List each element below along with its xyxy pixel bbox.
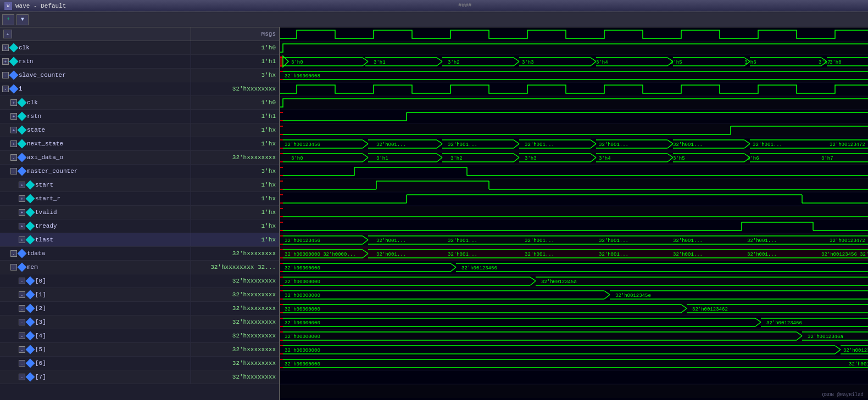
expand-btn-mem3[interactable]: - (19, 319, 25, 325)
signal-row-rstn-top[interactable]: +rstn1'h1 (0, 55, 279, 69)
expand-btn-tdata[interactable]: - (10, 250, 17, 257)
tool-add-btn[interactable]: + (2, 14, 14, 25)
expand-btn-start_r[interactable]: + (19, 195, 25, 202)
expand-btn-slave_counter[interactable]: - (2, 72, 9, 78)
signal-row-tready[interactable]: +tready1'hx (0, 219, 279, 233)
svg-text:3'h4: 3'h4 (599, 156, 611, 161)
signal-row-mem6[interactable]: -[6]32'hxxxxxxxx (0, 357, 279, 370)
signal-row-mem1[interactable]: -[1]32'hxxxxxxxx (0, 288, 279, 302)
signal-list-header: + Msgs (0, 27, 279, 41)
expand-btn-mem0[interactable]: - (19, 278, 25, 284)
signal-row-axi_data_o[interactable]: -axi_data_o32'hxxxxxxxx (0, 151, 279, 165)
signal-icon-mem0 (26, 277, 35, 286)
title-bar: W Wave - Default #### (0, 0, 868, 12)
expand-btn-mem1[interactable]: - (19, 291, 25, 298)
signal-row-clk-top[interactable]: +clk1'h0 (0, 41, 279, 55)
signal-icon-mem4 (26, 331, 35, 341)
signal-row-tvalid[interactable]: +tvalid1'hx (0, 206, 279, 219)
signal-row-mem[interactable]: -mem32'hxxxxxxxx 32... (0, 261, 279, 274)
signal-row-i[interactable]: -i32'hxxxxxxxx (0, 82, 279, 96)
signal-row-mem3[interactable]: -[3]32'hxxxxxxxx (0, 316, 279, 329)
svg-text:32'h0012345e: 32'h0012345e (615, 293, 651, 298)
svg-text:32'h00000000: 32'h00000000 (285, 348, 320, 353)
svg-text:32'h001...: 32'h001... (525, 142, 554, 148)
svg-text:32'h00000000: 32'h00000000 (285, 320, 320, 326)
svg-rect-4 (280, 82, 868, 96)
signal-row-tdata[interactable]: -tdata32'hxxxxxxxx (0, 247, 279, 261)
signal-row-mem0[interactable]: -[0]32'hxxxxxxxx (0, 274, 279, 288)
signal-row-slave_counter[interactable]: -slave_counter3'hx (0, 69, 279, 82)
signal-row-mem7[interactable]: -[7]32'hxxxxxxxx (0, 370, 279, 384)
expand-btn-mem4[interactable]: - (19, 333, 25, 339)
expand-btn-master_counter[interactable]: - (10, 168, 17, 174)
signal-row-start[interactable]: +start1'hx (0, 178, 279, 192)
expand-btn-tready[interactable]: + (19, 223, 25, 229)
signal-row-tlast[interactable]: +tlast1'hx (0, 233, 279, 247)
signal-row-mem4[interactable]: -[4]32'hxxxxxxxx (0, 329, 279, 343)
expand-btn-mem2[interactable]: - (19, 305, 25, 312)
watermark: QSDN @RayBilad (822, 392, 864, 398)
signal-row-next_state[interactable]: +next_state1'hx (0, 137, 279, 151)
svg-text:32'h0012346e: 32'h0012346e (843, 348, 868, 353)
svg-text:3'h1: 3'h1 (376, 156, 388, 161)
signal-icon-start_r (26, 194, 35, 204)
main-layout: + Msgs +clk1'h0+rstn1'h1-slave_counter3'… (0, 27, 868, 400)
expand-btn-mem5[interactable]: - (19, 346, 25, 353)
expand-btn-clk-inner[interactable]: + (10, 99, 17, 106)
signal-label-slave_counter: slave_counter (19, 72, 66, 78)
signal-value-start_r: 1'hx (191, 195, 279, 202)
svg-rect-17 (280, 261, 868, 274)
expand-btn-next_state[interactable]: + (10, 140, 17, 147)
signal-row-rstn-inner[interactable]: +rstn1'h1 (0, 110, 279, 123)
signal-label-mem1: [1] (35, 291, 46, 298)
svg-text:32'h001...: 32'h001... (599, 142, 628, 148)
expand-btn-rstn-top[interactable]: + (2, 58, 9, 65)
add-signal-btn[interactable]: + (3, 30, 12, 38)
signal-label-mem2: [2] (35, 305, 46, 312)
expand-btn-clk-top[interactable]: + (2, 44, 9, 51)
signal-icon-mem5 (26, 345, 35, 354)
signal-name-cell-mem1: -[1] (0, 288, 191, 301)
signal-row-master_counter[interactable]: -master_counter3'hx (0, 165, 279, 178)
svg-text:32'h00123456: 32'h00123456 (461, 266, 497, 271)
svg-text:3'h0: 3'h0 (291, 156, 303, 161)
signal-row-start_r[interactable]: +start_r1'hx (0, 192, 279, 206)
svg-text:32'h001...: 32'h001... (673, 252, 703, 257)
svg-text:32'h00000000 32'h0000...: 32'h00000000 32'h0000... (285, 252, 356, 257)
expand-btn-start[interactable]: + (19, 182, 25, 188)
msgs-column-header: Msgs (191, 27, 279, 41)
signal-name-cell-mem6: -[6] (0, 357, 191, 370)
signal-row-mem5[interactable]: -[5]32'hxxxxxxxx (0, 343, 279, 357)
signal-label-rstn-inner: rstn (27, 113, 41, 120)
svg-text:32'h001...: 32'h001... (448, 252, 477, 257)
svg-rect-6 (280, 110, 868, 123)
expand-btn-state[interactable]: + (10, 127, 17, 133)
svg-text:32'h001...: 32'h001... (599, 238, 628, 244)
tool-dropdown-btn[interactable]: ▼ (16, 14, 29, 25)
svg-text:32'h001...: 32'h001... (376, 238, 406, 244)
signal-row-mem2[interactable]: -[2]32'hxxxxxxxx (0, 302, 279, 316)
signal-name-cell-mem0: -[0] (0, 274, 191, 288)
expand-btn-rstn-inner[interactable]: + (10, 113, 17, 120)
expand-btn-mem6[interactable]: - (19, 360, 25, 367)
signal-row-state[interactable]: +state1'hx (0, 123, 279, 137)
signal-name-cell-start: +start (0, 178, 191, 191)
signal-value-slave_counter: 3'hx (191, 72, 279, 78)
signal-list-panel: + Msgs +clk1'h0+rstn1'h1-slave_counter3'… (0, 27, 280, 400)
waveform-panel[interactable]: 3'h0 3'h1 3'h2 3'h3 3'h4 3'h5 3'h6 3'h7 … (280, 27, 868, 400)
svg-text:32'h00123472: 32'h00123472 (830, 238, 865, 244)
expand-btn-axi_data_o[interactable]: - (10, 154, 17, 161)
expand-btn-tvalid[interactable]: + (19, 209, 25, 216)
signal-label-mem3: [3] (35, 319, 46, 325)
signal-row-clk-inner[interactable]: +clk1'h0 (0, 96, 279, 110)
signal-icon-mem7 (26, 373, 35, 382)
expand-btn-i[interactable]: - (2, 86, 9, 92)
signal-value-mem6: 32'hxxxxxxxx (191, 360, 279, 367)
svg-text:3'h3: 3'h3 (525, 156, 537, 161)
expand-btn-mem7[interactable]: - (19, 374, 25, 380)
signal-name-cell-mem3: -[3] (0, 316, 191, 329)
expand-btn-tlast[interactable]: + (19, 236, 25, 243)
expand-btn-mem[interactable]: - (10, 264, 17, 271)
svg-text:3'h7: 3'h7 (821, 156, 833, 161)
signal-label-state: state (27, 127, 45, 133)
